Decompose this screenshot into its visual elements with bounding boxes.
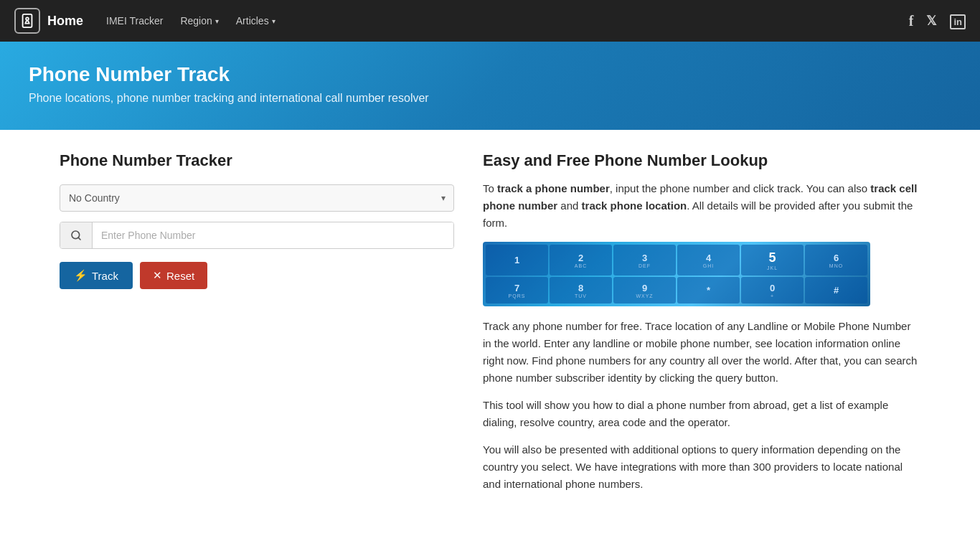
nav-label-imei: IMEI Tracker (106, 15, 163, 27)
hero-title: Phone Number Track (29, 63, 951, 86)
info-para4: You will also be presented with addition… (483, 441, 920, 493)
brand-link[interactable]: Home (14, 8, 83, 34)
phone-key-2: 2ABC (550, 245, 612, 276)
nav-item-imei: IMEI Tracker (100, 11, 169, 31)
search-icon (60, 222, 93, 248)
brand-label: Home (47, 14, 83, 29)
country-select-wrapper: No Country United States United Kingdom … (60, 184, 454, 212)
track-button[interactable]: ⚡ Track (60, 262, 133, 289)
tracker-panel: Phone Number Tracker No Country United S… (60, 151, 454, 503)
phone-key-9: 9WXYZ (613, 277, 676, 303)
phone-key-1: 1 (486, 245, 548, 276)
phone-key-hash: # (805, 277, 867, 303)
articles-dropdown-arrow: ▾ (272, 17, 275, 25)
phone-keyboard-image: 1 2ABC 3DEF 4GHI 5JKL 6MNO 7PQRS 8TUV 9W… (483, 242, 870, 306)
hero-banner: Phone Number Track Phone locations, phon… (0, 42, 980, 130)
bold-track-location: track phone location (582, 199, 687, 212)
phone-keys-grid: 1 2ABC 3DEF 4GHI 5JKL 6MNO 7PQRS 8TUV 9W… (483, 242, 870, 306)
phone-location-icon (19, 13, 35, 29)
nav-label-region: Region (180, 15, 212, 27)
phone-key-3: 3DEF (613, 245, 676, 276)
country-select[interactable]: No Country United States United Kingdom … (60, 184, 454, 212)
info-panel: Easy and Free Phone Number Lookup To tra… (483, 151, 920, 503)
bold-track-phone: track a phone number (497, 182, 610, 194)
info-para2: Track any phone number for free. Trace l… (483, 318, 920, 387)
navbar: Home IMEI Tracker Region ▾ Articles ▾ f … (0, 0, 980, 42)
svg-line-3 (78, 237, 80, 240)
nav-label-articles: Articles (236, 15, 269, 27)
info-para1: To track a phone number, input the phone… (483, 180, 920, 232)
nav-item-articles: Articles ▾ (230, 11, 281, 31)
lightning-icon: ⚡ (74, 269, 88, 282)
facebook-link[interactable]: f (909, 13, 914, 29)
reset-button-label: Reset (166, 270, 194, 282)
phone-key-star: * (677, 277, 740, 303)
region-dropdown-arrow: ▾ (215, 17, 219, 25)
phone-key-7: 7PQRS (486, 277, 548, 303)
brand-icon (14, 8, 40, 34)
social-links: f 𝕏 in (909, 13, 966, 29)
times-icon: ✕ (153, 269, 162, 282)
main-content: Phone Number Tracker No Country United S… (31, 130, 949, 524)
nav-link-articles[interactable]: Articles ▾ (230, 11, 281, 31)
twitter-icon: 𝕏 (926, 14, 937, 28)
facebook-icon: f (909, 13, 914, 29)
phone-key-4: 4GHI (677, 245, 740, 276)
info-heading: Easy and Free Phone Number Lookup (483, 151, 920, 170)
tracker-heading: Phone Number Tracker (60, 151, 454, 170)
phone-key-5: 5JKL (741, 245, 804, 276)
nav-menu: IMEI Tracker Region ▾ Articles ▾ (100, 11, 909, 31)
nav-link-imei[interactable]: IMEI Tracker (100, 11, 169, 31)
phone-key-8: 8TUV (550, 277, 612, 303)
phone-key-0: 0+ (741, 277, 804, 303)
button-row: ⚡ Track ✕ Reset (60, 262, 454, 289)
reset-button[interactable]: ✕ Reset (140, 262, 207, 289)
nav-item-region: Region ▾ (174, 11, 224, 31)
linkedin-icon: in (950, 14, 966, 29)
phone-input[interactable] (93, 222, 453, 248)
phone-key-6: 6MNO (805, 245, 867, 276)
twitter-link[interactable]: 𝕏 (926, 13, 937, 29)
linkedin-link[interactable]: in (950, 14, 966, 29)
track-button-label: Track (92, 270, 118, 282)
info-para3: This tool will show you how to dial a ph… (483, 397, 920, 431)
nav-link-region[interactable]: Region ▾ (174, 11, 224, 31)
phone-input-row (60, 222, 454, 249)
hero-subtitle: Phone locations, phone number tracking a… (29, 92, 951, 105)
